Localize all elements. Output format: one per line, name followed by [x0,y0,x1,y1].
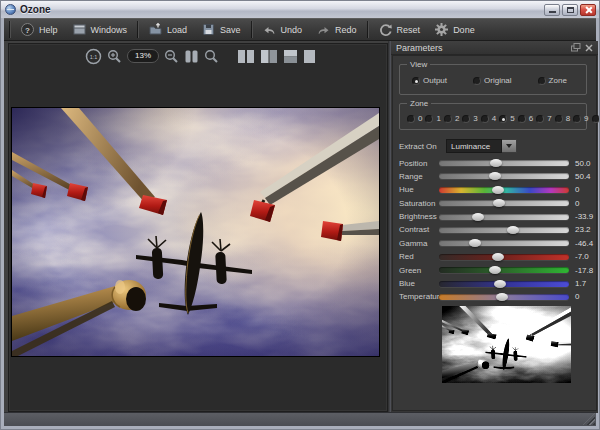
zoom-in-icon [107,49,122,64]
save-button[interactable]: Save [194,20,248,39]
zone-option-3[interactable]: 3 [462,114,477,123]
slider-label: Saturation [399,199,439,208]
toolbar-separator [367,21,368,38]
zone-radio-3[interactable] [462,115,470,123]
zone-radio-6[interactable] [518,115,526,123]
magnifier-button[interactable] [204,47,219,65]
load-button[interactable]: Load [141,20,194,39]
temperature-slider-track[interactable] [439,294,569,300]
minimize-button[interactable] [544,4,560,16]
undo-label: Undo [281,25,303,35]
layout-horizontal-split-button[interactable] [283,47,298,65]
close-panel-icon[interactable] [585,44,593,52]
zoom-out-button[interactable] [164,47,179,65]
blue-slider-handle[interactable] [494,280,506,288]
view-option-original[interactable]: Original [473,76,512,85]
contrast-slider-handle[interactable] [507,226,519,234]
parameters-header[interactable]: Parameters [391,41,598,55]
zone-option-6[interactable]: 6 [518,114,533,123]
close-button[interactable] [580,4,596,16]
green-slider-track[interactable] [439,267,569,273]
view-groupbox: View Output Original Zone [399,64,587,95]
gamma-slider-handle[interactable] [469,239,481,247]
red-slider-track[interactable] [439,254,569,260]
resize-grip[interactable] [583,413,595,425]
undo-arrow-icon [262,22,277,37]
zone-radio-0[interactable] [407,115,415,123]
layout-single-pane-button[interactable] [303,47,316,65]
close-icon [584,6,592,14]
actual-size-button[interactable]: 1:1 [85,47,102,65]
view-option-output[interactable]: Output [412,76,447,85]
done-button[interactable]: Done [427,20,482,39]
slider-label: Gamma [399,239,439,248]
position-slider-handle[interactable] [490,159,502,167]
zoom-in-button[interactable] [107,47,122,65]
zone-option-0[interactable]: 0 [407,114,422,123]
brightness-slider-track[interactable] [439,214,569,220]
layout-two-pane-button[interactable] [237,47,255,65]
redo-button[interactable]: Redo [309,20,364,39]
temperature-slider-handle[interactable] [496,293,508,301]
saturation-slider-handle[interactable] [493,199,505,207]
zone-option-10[interactable]: 10 [592,114,600,123]
titlebar[interactable]: Ozone [1,1,599,18]
contrast-slider-value: 23.2 [575,225,591,234]
zone-option-label: 3 [473,114,477,123]
zone-radio-8[interactable] [555,115,563,123]
extract-on-value[interactable]: Luminance [446,139,502,153]
maximize-button[interactable] [562,4,578,16]
zone-radio-5[interactable] [499,115,507,123]
zoom-level[interactable]: 13% [127,49,159,63]
undo-button[interactable]: Undo [255,20,310,39]
chevron-down-icon [506,144,512,148]
zone-radio-4[interactable] [481,115,489,123]
zone-option-1[interactable]: 1 [425,114,440,123]
hue-slider-row: Hue0 [399,186,597,194]
brightness-slider-value: -33.9 [575,212,593,221]
brightness-slider-handle[interactable] [472,213,484,221]
zone-option-5[interactable]: 5 [499,114,514,123]
help-button[interactable]: ? Help [13,20,65,39]
compare-pages-icon [184,49,199,64]
zone-radio-9[interactable] [573,115,581,123]
range-slider-row: Range50.4 [399,172,597,180]
radio-original[interactable] [473,77,481,85]
svg-text:?: ? [25,26,30,35]
zone-option-label: 1 [436,114,440,123]
redo-arrow-icon [316,22,331,37]
hue-slider-track[interactable] [439,187,569,193]
help-label: Help [39,25,58,35]
range-slider-track[interactable] [439,173,569,179]
position-slider-value: 50.0 [575,159,591,168]
zone-radio-1[interactable] [425,115,433,123]
radio-zone[interactable] [538,77,546,85]
zone-option-2[interactable]: 2 [444,114,459,123]
compare-pages-button[interactable] [184,47,199,65]
red-slider-handle[interactable] [492,253,504,261]
range-slider-handle[interactable] [489,172,501,180]
zone-radio-7[interactable] [536,115,544,123]
windows-button[interactable]: Windows [65,20,135,39]
zone-option-8[interactable]: 8 [555,114,570,123]
extract-on-dropdown[interactable]: Luminance [446,139,517,153]
zone-option-9[interactable]: 9 [573,114,588,123]
hue-slider-handle[interactable] [492,186,504,194]
dropdown-button[interactable] [502,139,517,153]
radio-output[interactable] [412,77,420,85]
position-slider-track[interactable] [439,160,569,166]
zone-radio-10[interactable] [592,115,600,123]
zone-option-label: 0 [418,114,422,123]
blue-slider-track[interactable] [439,281,569,287]
green-slider-handle[interactable] [489,266,501,274]
layout-two-pane-joined-button[interactable] [260,47,278,65]
zone-option-7[interactable]: 7 [536,114,551,123]
float-panel-icon[interactable] [571,43,581,52]
reset-button[interactable]: Reset [371,20,428,39]
contrast-slider-track[interactable] [439,227,569,233]
saturation-slider-track[interactable] [439,200,569,206]
gamma-slider-track[interactable] [439,240,569,246]
zone-option-4[interactable]: 4 [481,114,496,123]
view-option-zone[interactable]: Zone [538,76,567,85]
zone-radio-2[interactable] [444,115,452,123]
